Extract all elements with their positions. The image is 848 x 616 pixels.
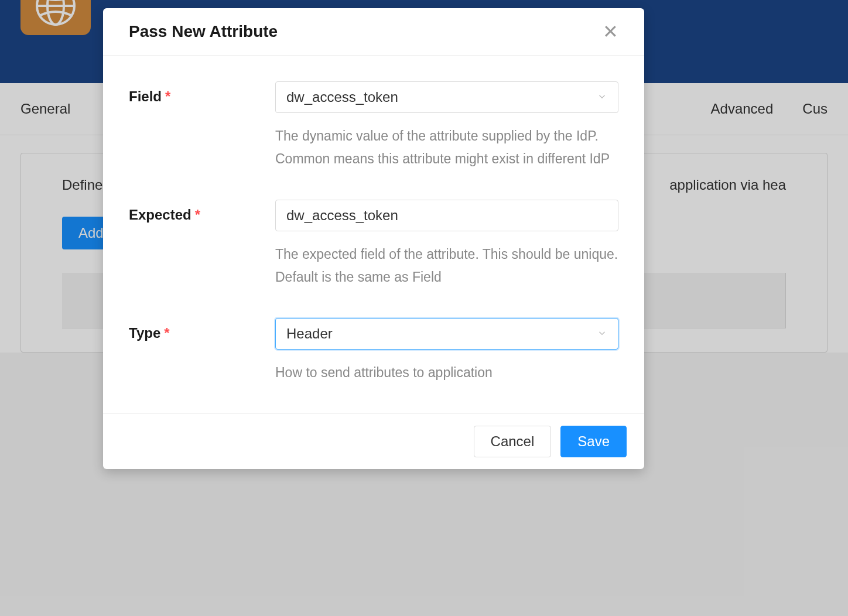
field-select[interactable]: dw_access_token	[275, 81, 618, 113]
field-help-text: The dynamic value of the attribute suppl…	[275, 125, 618, 170]
expected-input[interactable]: dw_access_token	[275, 200, 618, 231]
expected-label: Expected*	[129, 200, 275, 289]
type-label: Type*	[129, 318, 275, 384]
save-button[interactable]: Save	[560, 426, 627, 457]
close-icon[interactable]: ✕	[603, 22, 618, 41]
pass-attribute-modal: Pass New Attribute ✕ Field* dw_access_to…	[103, 8, 644, 469]
modal-footer: Cancel Save	[103, 413, 644, 469]
type-help-text: How to send attributes to application	[275, 361, 618, 384]
type-select-value: Header	[286, 326, 333, 342]
form-row-type: Type* Header How to send attributes to a…	[129, 318, 618, 384]
modal-title: Pass New Attribute	[129, 22, 278, 41]
chevron-down-icon	[597, 326, 607, 342]
type-select[interactable]: Header	[275, 318, 618, 350]
modal-header: Pass New Attribute ✕	[103, 8, 644, 56]
chevron-down-icon	[597, 89, 607, 105]
form-row-expected: Expected* dw_access_token The expected f…	[129, 200, 618, 289]
field-select-value: dw_access_token	[286, 89, 398, 105]
cancel-button[interactable]: Cancel	[474, 426, 552, 457]
form-row-field: Field* dw_access_token The dynamic value…	[129, 81, 618, 170]
expected-input-value: dw_access_token	[286, 207, 398, 224]
expected-help-text: The expected field of the attribute. Thi…	[275, 243, 618, 289]
field-label: Field*	[129, 81, 275, 170]
modal-body: Field* dw_access_token The dynamic value…	[103, 56, 644, 413]
